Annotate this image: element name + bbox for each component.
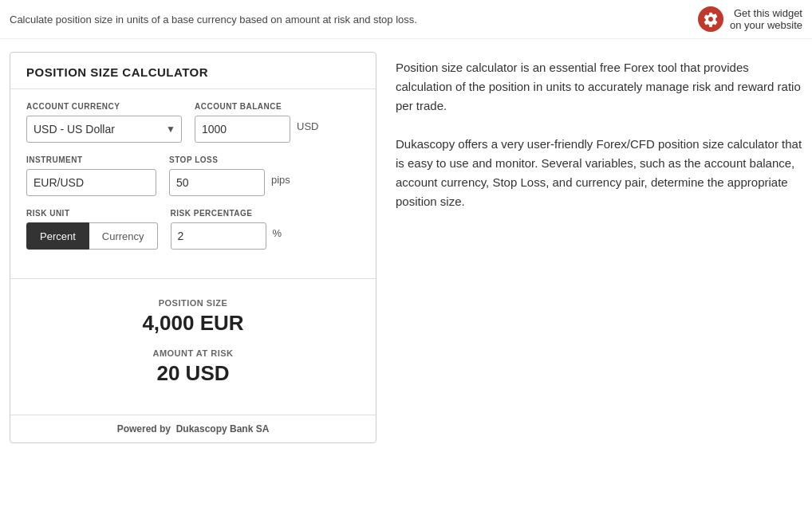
account-currency-select-wrapper: USD - US Dollar EUR - Euro GBP - British…	[26, 116, 182, 143]
stop-loss-label: STOP LOSS	[169, 155, 290, 164]
risk-unit-currency-button[interactable]: Currency	[89, 222, 158, 250]
top-description: Calculate position size in units of a ba…	[10, 14, 698, 26]
widget-text: Get this widget on your website	[730, 7, 802, 31]
amount-at-risk-value: 20 USD	[26, 361, 360, 386]
risk-unit-percent-button[interactable]: Percent	[26, 222, 89, 250]
calc-header: POSITION SIZE CALCULATOR	[10, 53, 376, 89]
powered-by-text: Powered by	[117, 423, 171, 434]
calc-footer: Powered by Dukascopy Bank SA	[10, 415, 376, 442]
info-paragraph-1: Position size calculator is an essential…	[396, 58, 802, 116]
gear-icon	[698, 6, 723, 32]
risk-percentage-label: RISK PERCENTAGE	[171, 209, 282, 218]
main-content: POSITION SIZE CALCULATOR ACCOUNT CURRENC…	[0, 39, 812, 456]
account-currency-select[interactable]: USD - US Dollar EUR - Euro GBP - British…	[26, 116, 182, 143]
risk-unit-group: RISK UNIT Percent Currency	[26, 209, 158, 250]
results-section: POSITION SIZE 4,000 EUR AMOUNT AT RISK 2…	[10, 292, 376, 415]
calc-title: POSITION SIZE CALCULATOR	[26, 65, 360, 79]
stop-loss-input[interactable]	[169, 169, 265, 196]
account-balance-group: ACCOUNT BALANCE USD	[195, 102, 318, 143]
instrument-input[interactable]	[26, 169, 156, 196]
risk-percentage-unit: %	[273, 227, 282, 246]
info-paragraph-2: Dukascopy offers a very user-friendly Fo…	[396, 135, 802, 211]
amount-at-risk-label: AMOUNT AT RISK	[26, 348, 360, 358]
form-row-1: ACCOUNT CURRENCY USD - US Dollar EUR - E…	[26, 102, 360, 143]
amount-at-risk-block: AMOUNT AT RISK 20 USD	[26, 348, 360, 386]
get-widget-link[interactable]: Get this widget on your website	[698, 6, 802, 32]
powered-by-name: Dukascopy Bank SA	[176, 423, 270, 434]
position-size-value: 4,000 EUR	[26, 311, 360, 336]
calc-form: ACCOUNT CURRENCY USD - US Dollar EUR - E…	[10, 89, 376, 275]
stop-loss-unit: pips	[271, 174, 290, 192]
account-balance-unit: USD	[297, 120, 318, 139]
instrument-group: INSTRUMENT	[26, 155, 156, 196]
account-currency-group: ACCOUNT CURRENCY USD - US Dollar EUR - E…	[26, 102, 182, 143]
risk-percentage-group: RISK PERCENTAGE %	[171, 209, 282, 250]
top-bar: Calculate position size in units of a ba…	[0, 0, 812, 39]
stop-loss-group: STOP LOSS pips	[169, 155, 290, 196]
account-balance-label: ACCOUNT BALANCE	[195, 102, 318, 111]
form-row-2: INSTRUMENT STOP LOSS pips	[26, 155, 360, 196]
form-row-3: RISK UNIT Percent Currency RISK PERCENTA…	[26, 209, 360, 250]
risk-percentage-input[interactable]	[171, 222, 266, 250]
instrument-label: INSTRUMENT	[26, 155, 156, 164]
account-balance-input[interactable]	[195, 116, 290, 143]
account-currency-label: ACCOUNT CURRENCY	[26, 102, 182, 111]
risk-unit-toggle: Percent Currency	[26, 222, 158, 250]
position-size-label: POSITION SIZE	[26, 298, 360, 308]
results-divider	[10, 278, 376, 279]
risk-unit-label: RISK UNIT	[26, 209, 158, 218]
calculator-panel: POSITION SIZE CALCULATOR ACCOUNT CURRENC…	[10, 52, 376, 443]
info-panel: Position size calculator is an essential…	[396, 52, 802, 443]
position-size-block: POSITION SIZE 4,000 EUR	[26, 298, 360, 336]
